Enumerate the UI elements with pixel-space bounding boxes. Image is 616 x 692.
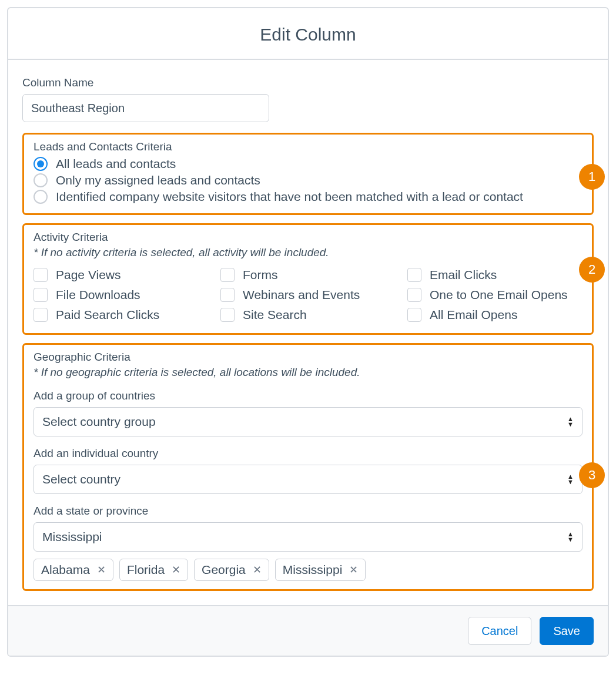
country-group-label: Add a group of countries — [34, 389, 582, 402]
checkbox-icon — [407, 308, 421, 322]
activity-note: * If no activity criteria is selected, a… — [34, 246, 582, 259]
country-group-select[interactable]: Select country group ▲▼ — [34, 407, 582, 436]
chevron-updown-icon: ▲▼ — [567, 474, 574, 485]
checkbox-icon — [220, 288, 235, 302]
dialog-title: Edit Column — [8, 8, 608, 60]
checkbox-icon — [407, 288, 421, 302]
callout-badge-3: 3 — [579, 462, 605, 488]
activity-item[interactable]: Page Views — [34, 265, 209, 285]
chip[interactable]: Florida✕ — [119, 559, 188, 581]
activity-item[interactable]: File Downloads — [34, 285, 209, 305]
geo-title: Geographic Criteria — [34, 351, 582, 364]
activity-item-label: File Downloads — [56, 288, 140, 302]
close-icon[interactable]: ✕ — [97, 563, 106, 576]
column-name-label: Column Name — [22, 76, 594, 89]
column-name-group: Column Name — [22, 76, 594, 122]
leads-option-label: Identified company website visitors that… — [56, 190, 523, 204]
activity-item[interactable]: Email Clicks — [407, 265, 582, 285]
chip-label: Mississippi — [283, 563, 343, 577]
checkbox-icon — [34, 268, 48, 282]
chip[interactable]: Alabama✕ — [34, 559, 113, 581]
chevron-updown-icon: ▲▼ — [567, 532, 574, 542]
dialog-footer: Cancel Save — [8, 605, 608, 656]
chip-label: Georgia — [202, 563, 246, 577]
checkbox-icon — [34, 308, 48, 322]
leads-option-all[interactable]: All leads and contacts — [34, 156, 582, 172]
checkbox-icon — [220, 268, 235, 282]
state-select[interactable]: Mississippi ▲▼ — [34, 522, 582, 552]
leads-section: Leads and Contacts Criteria All leads an… — [22, 133, 594, 215]
chip-label: Florida — [127, 563, 165, 577]
activity-item[interactable]: All Email Opens — [407, 305, 582, 325]
save-button[interactable]: Save — [540, 617, 594, 645]
activity-item[interactable]: Forms — [220, 265, 396, 285]
activity-item-label: Paid Search Clicks — [56, 308, 159, 322]
activity-item[interactable]: Paid Search Clicks — [34, 305, 209, 325]
activity-section: Activity Criteria * If no activity crite… — [22, 223, 594, 335]
chip-label: Alabama — [41, 563, 90, 577]
select-value: Mississippi — [42, 530, 102, 544]
chevron-updown-icon: ▲▼ — [567, 416, 574, 427]
radio-icon — [34, 190, 48, 204]
activity-grid: Page Views Forms Email Clicks File Downl… — [34, 265, 582, 325]
activity-item-label: Email Clicks — [430, 268, 497, 282]
dialog-body: Column Name Leads and Contacts Criteria … — [8, 60, 608, 605]
checkbox-icon — [220, 308, 235, 322]
country-label: Add an individual country — [34, 447, 582, 460]
checkbox-icon — [34, 288, 48, 302]
close-icon[interactable]: ✕ — [172, 563, 180, 576]
leads-option-assigned[interactable]: Only my assigned leads and contacts — [34, 172, 582, 189]
activity-item[interactable]: Webinars and Events — [220, 285, 396, 305]
select-value: Select country — [42, 472, 120, 486]
activity-item-label: Forms — [243, 268, 278, 282]
chip[interactable]: Mississippi✕ — [275, 559, 366, 581]
leads-option-label: All leads and contacts — [56, 157, 176, 171]
callout-badge-1: 1 — [579, 164, 605, 190]
radio-icon — [34, 157, 48, 171]
activity-title: Activity Criteria — [34, 231, 582, 244]
activity-item-label: All Email Opens — [430, 308, 517, 322]
close-icon[interactable]: ✕ — [349, 563, 358, 576]
country-select[interactable]: Select country ▲▼ — [34, 465, 582, 494]
state-chips: Alabama✕ Florida✕ Georgia✕ Mississippi✕ — [34, 559, 582, 581]
checkbox-icon — [407, 268, 421, 282]
leads-option-identified[interactable]: Identified company website visitors that… — [34, 189, 582, 205]
radio-icon — [34, 173, 48, 187]
geo-note: * If no geographic criteria is selected,… — [34, 366, 582, 379]
leads-title: Leads and Contacts Criteria — [34, 140, 582, 153]
activity-item[interactable]: One to One Email Opens — [407, 285, 582, 305]
column-name-input[interactable] — [22, 94, 269, 122]
close-icon[interactable]: ✕ — [253, 563, 262, 576]
activity-item-label: Site Search — [243, 308, 307, 322]
leads-options: All leads and contacts Only my assigned … — [34, 156, 582, 205]
activity-item-label: Webinars and Events — [243, 288, 360, 302]
select-value: Select country group — [42, 415, 156, 429]
activity-item-label: Page Views — [56, 268, 121, 282]
cancel-button[interactable]: Cancel — [468, 617, 531, 645]
callout-badge-2: 2 — [579, 257, 605, 283]
edit-column-dialog: Edit Column Column Name Leads and Contac… — [7, 7, 609, 657]
state-label: Add a state or province — [34, 505, 582, 518]
activity-item[interactable]: Site Search — [220, 305, 396, 325]
geo-section: Geographic Criteria * If no geographic c… — [22, 343, 594, 591]
leads-option-label: Only my assigned leads and contacts — [56, 173, 260, 187]
activity-item-label: One to One Email Opens — [430, 288, 568, 302]
chip[interactable]: Georgia✕ — [194, 559, 269, 581]
